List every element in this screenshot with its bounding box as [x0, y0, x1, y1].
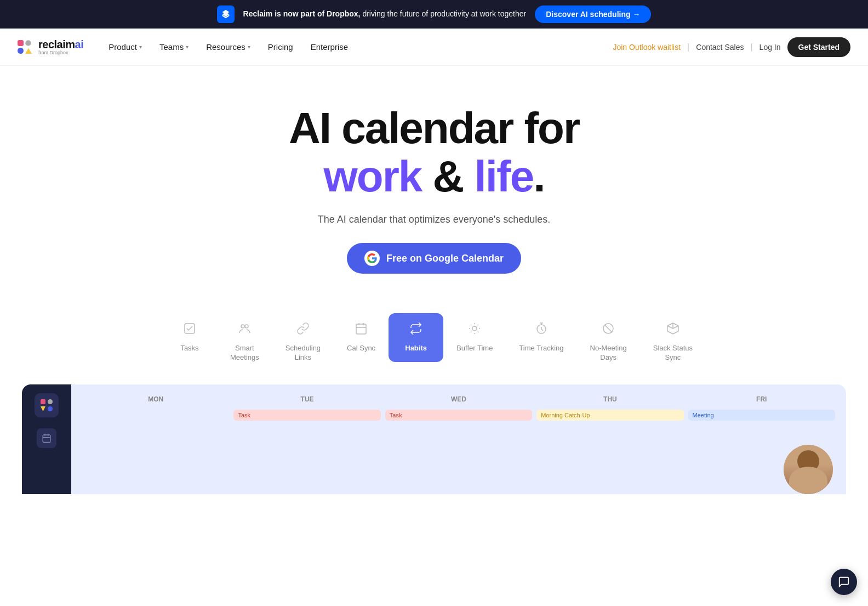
feature-tasks[interactable]: Tasks — [162, 313, 217, 362]
top-banner: Reclaim is now part of Dropbox, driving … — [0, 0, 868, 29]
calendar-sidebar — [22, 384, 71, 494]
svg-line-28 — [673, 331, 678, 334]
feature-buffer-time[interactable]: Buffer Time — [443, 313, 506, 362]
buffer-time-label: Buffer Time — [456, 344, 493, 353]
svg-line-14 — [478, 332, 478, 332]
svg-point-8 — [472, 326, 477, 331]
hero-title: AI calendar for work & life. — [289, 104, 579, 201]
smart-meetings-label: Smart Meetings — [230, 344, 259, 363]
slack-status-sync-icon — [666, 322, 679, 338]
cal-sync-icon — [355, 322, 368, 338]
hero-section: AI calendar for work & life. The AI cale… — [0, 66, 868, 296]
nav-teams[interactable]: Teams ▾ — [152, 38, 196, 56]
svg-line-13 — [471, 325, 471, 325]
scheduling-links-icon — [296, 322, 310, 338]
cal-sync-label: Cal Sync — [347, 344, 375, 353]
nav-right: Join Outlook waitlist | Contact Sales | … — [613, 37, 850, 57]
google-g-icon — [364, 251, 380, 266]
svg-line-24 — [673, 326, 678, 329]
nav-product[interactable]: Product ▾ — [101, 38, 150, 56]
task-event-tue: Task — [233, 410, 380, 421]
meeting-event-thu: Morning Catch-Up — [536, 410, 683, 421]
svg-point-3 — [245, 325, 248, 328]
logo[interactable]: reclaimai from Dropbox — [18, 38, 83, 55]
calendar-preview: MON TUE WED THU FRI Task Task Morning Ca… — [22, 384, 846, 494]
feature-scheduling-links[interactable]: Scheduling Links — [272, 313, 334, 371]
slack-status-sync-label: Slack Status Sync — [653, 344, 693, 363]
feature-no-meeting-days[interactable]: No-Meeting Days — [577, 313, 640, 371]
time-tracking-label: Time Tracking — [519, 344, 563, 353]
feature-cal-sync[interactable]: Cal Sync — [334, 313, 389, 362]
task-event-wed: Task — [385, 410, 532, 421]
no-meeting-days-label: No-Meeting Days — [590, 344, 627, 363]
svg-line-27 — [667, 331, 673, 334]
calendar-main: MON TUE WED THU FRI Task Task Morning Ca… — [71, 384, 846, 494]
sidebar-calendar-icon[interactable] — [37, 428, 56, 448]
logo-text: reclaimai — [38, 38, 83, 51]
dropbox-icon — [217, 5, 235, 23]
habits-icon — [409, 322, 422, 338]
no-meeting-days-icon — [602, 322, 615, 338]
nav-divider-1: | — [687, 42, 689, 52]
teams-chevron-icon: ▾ — [186, 44, 189, 50]
svg-line-22 — [673, 323, 678, 326]
svg-rect-4 — [356, 324, 366, 334]
feature-time-tracking[interactable]: Time Tracking — [506, 313, 576, 362]
meeting-event-fri: Meeting — [688, 410, 835, 421]
contact-sales-link[interactable]: Contact Sales — [696, 43, 744, 52]
get-started-button[interactable]: Get Started — [787, 37, 850, 57]
navbar: reclaimai from Dropbox Product ▾ Teams ▾… — [0, 29, 868, 66]
svg-line-16 — [478, 325, 478, 325]
svg-point-2 — [241, 325, 244, 328]
discover-scheduling-button[interactable]: Discover AI scheduling → — [535, 5, 651, 23]
svg-rect-33 — [43, 435, 50, 443]
cal-col-wed: Task — [385, 410, 532, 421]
product-chevron-icon: ▾ — [139, 44, 142, 50]
tasks-icon — [183, 322, 196, 338]
svg-rect-30 — [48, 399, 53, 404]
avatar — [784, 445, 833, 494]
buffer-time-icon — [468, 322, 481, 338]
login-link[interactable]: Log In — [760, 43, 781, 52]
day-tue: TUE — [233, 395, 380, 403]
google-calendar-button[interactable]: Free on Google Calendar — [347, 243, 521, 274]
day-mon: MON — [82, 395, 229, 403]
habits-label: Habits — [405, 344, 427, 353]
feature-smart-meetings[interactable]: Smart Meetings — [217, 313, 272, 371]
cal-col-thu: Morning Catch-Up — [536, 410, 683, 421]
nav-links: Product ▾ Teams ▾ Resources ▾ Pricing En… — [101, 38, 613, 56]
banner-text: Reclaim is now part of Dropbox, driving … — [243, 9, 527, 20]
nav-pricing[interactable]: Pricing — [260, 38, 301, 56]
feature-strip: Tasks Smart Meetings Scheduling Links Ca… — [0, 296, 868, 384]
cal-col-mon — [82, 410, 229, 421]
svg-rect-31 — [48, 406, 53, 411]
tasks-label: Tasks — [180, 344, 198, 353]
day-wed: WED — [385, 395, 532, 403]
feature-slack-status-sync[interactable]: Slack Status Sync — [640, 313, 706, 371]
svg-line-23 — [667, 326, 673, 329]
day-thu: THU — [536, 395, 683, 403]
day-fri: FRI — [688, 395, 835, 403]
feature-habits[interactable]: Habits — [389, 313, 443, 362]
sidebar-logo — [35, 393, 59, 417]
smart-meetings-icon — [238, 322, 251, 338]
svg-line-15 — [471, 332, 471, 332]
svg-rect-29 — [41, 399, 45, 404]
svg-line-21 — [667, 323, 673, 326]
cal-col-fri: Meeting — [688, 410, 835, 421]
svg-line-19 — [604, 325, 612, 332]
time-tracking-icon — [535, 322, 548, 338]
logo-subtext: from Dropbox — [38, 50, 83, 55]
calendar-days-header: MON TUE WED THU FRI — [82, 395, 835, 403]
cal-col-tue: Task — [233, 410, 380, 421]
hero-subtitle: The AI calendar that optimizes everyone'… — [318, 214, 551, 225]
nav-resources[interactable]: Resources ▾ — [198, 38, 258, 56]
nav-enterprise[interactable]: Enterprise — [303, 38, 356, 56]
resources-chevron-icon: ▾ — [248, 44, 250, 50]
outlook-waitlist-link[interactable]: Join Outlook waitlist — [613, 43, 681, 52]
nav-divider-2: | — [750, 42, 752, 52]
svg-marker-32 — [41, 406, 45, 411]
scheduling-links-label: Scheduling Links — [285, 344, 321, 363]
